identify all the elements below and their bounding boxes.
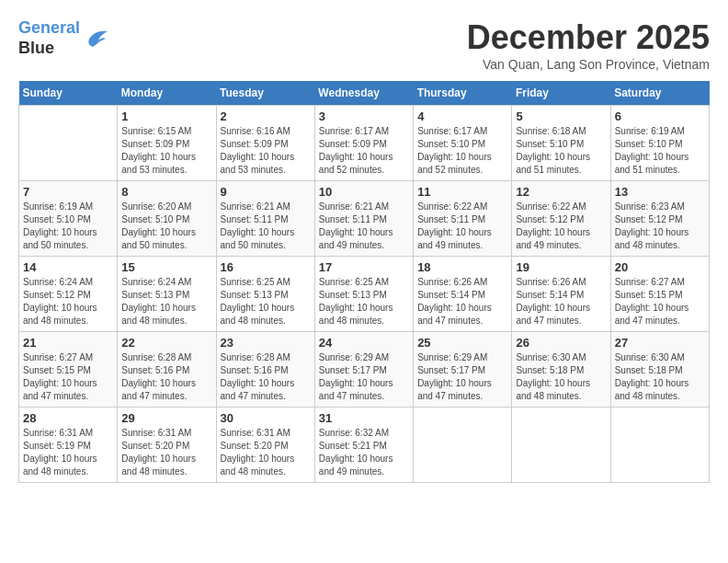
day-number: 12 (516, 185, 606, 199)
day-number: 21 (23, 336, 113, 350)
week-row-3: 14Sunrise: 6:24 AM Sunset: 5:12 PM Dayli… (19, 257, 710, 332)
day-number: 25 (417, 336, 507, 350)
calendar-cell: 29Sunrise: 6:31 AM Sunset: 5:20 PM Dayli… (118, 408, 216, 483)
day-number: 10 (319, 185, 409, 199)
calendar-cell: 13Sunrise: 6:23 AM Sunset: 5:12 PM Dayli… (610, 181, 709, 257)
calendar-cell: 27Sunrise: 6:30 AM Sunset: 5:18 PM Dayli… (610, 332, 709, 408)
calendar-cell: 9Sunrise: 6:21 AM Sunset: 5:11 PM Daylig… (216, 181, 314, 257)
col-header-sunday: Sunday (19, 81, 118, 106)
week-row-2: 7Sunrise: 6:19 AM Sunset: 5:10 PM Daylig… (19, 181, 710, 257)
day-info: Sunrise: 6:31 AM Sunset: 5:19 PM Dayligh… (23, 427, 113, 478)
day-info: Sunrise: 6:24 AM Sunset: 5:13 PM Dayligh… (121, 276, 211, 327)
calendar-cell: 16Sunrise: 6:25 AM Sunset: 5:13 PM Dayli… (216, 257, 314, 332)
day-number: 9 (221, 185, 311, 199)
calendar-cell: 6Sunrise: 6:19 AM Sunset: 5:10 PM Daylig… (610, 106, 709, 181)
calendar-cell: 25Sunrise: 6:29 AM Sunset: 5:17 PM Dayli… (414, 332, 512, 408)
calendar-cell: 23Sunrise: 6:28 AM Sunset: 5:16 PM Dayli… (216, 332, 314, 408)
day-info: Sunrise: 6:26 AM Sunset: 5:14 PM Dayligh… (417, 276, 507, 327)
day-number: 23 (221, 336, 311, 350)
calendar-cell: 11Sunrise: 6:22 AM Sunset: 5:11 PM Dayli… (414, 181, 512, 257)
day-number: 24 (319, 336, 409, 350)
calendar-cell (19, 106, 118, 181)
day-info: Sunrise: 6:30 AM Sunset: 5:18 PM Dayligh… (516, 351, 606, 403)
day-info: Sunrise: 6:18 AM Sunset: 5:10 PM Dayligh… (516, 125, 606, 177)
col-header-monday: Monday (118, 81, 216, 106)
week-row-1: 1Sunrise: 6:15 AM Sunset: 5:09 PM Daylig… (19, 106, 710, 181)
day-info: Sunrise: 6:27 AM Sunset: 5:15 PM Dayligh… (615, 276, 705, 327)
day-number: 19 (516, 260, 606, 274)
calendar-cell: 1Sunrise: 6:15 AM Sunset: 5:09 PM Daylig… (118, 106, 216, 181)
day-number: 4 (417, 109, 507, 123)
calendar-cell: 17Sunrise: 6:25 AM Sunset: 5:13 PM Dayli… (314, 257, 413, 332)
calendar-cell: 22Sunrise: 6:28 AM Sunset: 5:16 PM Dayli… (118, 332, 216, 408)
day-info: Sunrise: 6:30 AM Sunset: 5:18 PM Dayligh… (615, 351, 705, 403)
day-number: 8 (121, 185, 211, 199)
day-info: Sunrise: 6:27 AM Sunset: 5:15 PM Dayligh… (23, 351, 113, 403)
calendar-table: SundayMondayTuesdayWednesdayThursdayFrid… (18, 81, 710, 483)
calendar-cell: 20Sunrise: 6:27 AM Sunset: 5:15 PM Dayli… (610, 257, 709, 332)
week-row-5: 28Sunrise: 6:31 AM Sunset: 5:19 PM Dayli… (19, 408, 710, 483)
logo-icon (82, 26, 109, 52)
day-number: 5 (516, 109, 606, 123)
day-info: Sunrise: 6:24 AM Sunset: 5:12 PM Dayligh… (23, 276, 113, 327)
day-info: Sunrise: 6:28 AM Sunset: 5:16 PM Dayligh… (221, 351, 311, 403)
day-number: 17 (319, 260, 409, 274)
calendar-cell: 5Sunrise: 6:18 AM Sunset: 5:10 PM Daylig… (512, 106, 610, 181)
calendar-cell: 18Sunrise: 6:26 AM Sunset: 5:14 PM Dayli… (414, 257, 512, 332)
calendar-cell: 4Sunrise: 6:17 AM Sunset: 5:10 PM Daylig… (414, 106, 512, 181)
logo-text: GeneralBlue (18, 18, 80, 58)
day-info: Sunrise: 6:19 AM Sunset: 5:10 PM Dayligh… (23, 201, 113, 252)
logo: GeneralBlue (18, 18, 109, 58)
calendar-cell: 21Sunrise: 6:27 AM Sunset: 5:15 PM Dayli… (19, 332, 118, 408)
day-info: Sunrise: 6:20 AM Sunset: 5:10 PM Dayligh… (121, 201, 211, 252)
day-number: 18 (417, 260, 507, 274)
day-info: Sunrise: 6:15 AM Sunset: 5:09 PM Dayligh… (121, 125, 211, 177)
week-row-4: 21Sunrise: 6:27 AM Sunset: 5:15 PM Dayli… (19, 332, 710, 408)
day-number: 13 (615, 185, 705, 199)
day-number: 2 (221, 109, 311, 123)
location: Van Quan, Lang Son Province, Vietnam (467, 57, 710, 72)
day-info: Sunrise: 6:21 AM Sunset: 5:11 PM Dayligh… (319, 201, 409, 252)
day-info: Sunrise: 6:22 AM Sunset: 5:12 PM Dayligh… (516, 201, 606, 252)
day-info: Sunrise: 6:16 AM Sunset: 5:09 PM Dayligh… (221, 125, 311, 177)
day-number: 27 (615, 336, 705, 350)
calendar-cell: 24Sunrise: 6:29 AM Sunset: 5:17 PM Dayli… (314, 332, 413, 408)
col-header-wednesday: Wednesday (314, 81, 413, 106)
day-number: 22 (121, 336, 211, 350)
calendar-cell: 26Sunrise: 6:30 AM Sunset: 5:18 PM Dayli… (512, 332, 610, 408)
day-info: Sunrise: 6:23 AM Sunset: 5:12 PM Dayligh… (615, 201, 705, 252)
calendar-cell: 15Sunrise: 6:24 AM Sunset: 5:13 PM Dayli… (118, 257, 216, 332)
calendar-cell: 3Sunrise: 6:17 AM Sunset: 5:09 PM Daylig… (314, 106, 413, 181)
month-title: December 2025 (467, 18, 710, 57)
day-number: 28 (23, 411, 113, 425)
day-info: Sunrise: 6:26 AM Sunset: 5:14 PM Dayligh… (516, 276, 606, 327)
day-number: 3 (319, 109, 409, 123)
page-header: GeneralBlue December 2025 Van Quan, Lang… (18, 18, 710, 72)
day-number: 6 (615, 109, 705, 123)
day-info: Sunrise: 6:25 AM Sunset: 5:13 PM Dayligh… (319, 276, 409, 327)
day-info: Sunrise: 6:29 AM Sunset: 5:17 PM Dayligh… (319, 351, 409, 403)
day-number: 26 (516, 336, 606, 350)
day-number: 31 (319, 411, 409, 425)
calendar-cell (512, 408, 610, 483)
day-info: Sunrise: 6:25 AM Sunset: 5:13 PM Dayligh… (221, 276, 311, 327)
calendar-cell: 12Sunrise: 6:22 AM Sunset: 5:12 PM Dayli… (512, 181, 610, 257)
day-number: 29 (121, 411, 211, 425)
calendar-cell (414, 408, 512, 483)
calendar-cell: 14Sunrise: 6:24 AM Sunset: 5:12 PM Dayli… (19, 257, 118, 332)
col-header-thursday: Thursday (414, 81, 512, 106)
day-number: 7 (23, 185, 113, 199)
col-header-tuesday: Tuesday (216, 81, 314, 106)
calendar-cell (610, 408, 709, 483)
col-header-saturday: Saturday (610, 81, 709, 106)
day-info: Sunrise: 6:31 AM Sunset: 5:20 PM Dayligh… (121, 427, 211, 478)
day-info: Sunrise: 6:19 AM Sunset: 5:10 PM Dayligh… (615, 125, 705, 177)
day-number: 20 (615, 260, 705, 274)
day-number: 16 (221, 260, 311, 274)
day-info: Sunrise: 6:31 AM Sunset: 5:20 PM Dayligh… (221, 427, 311, 478)
calendar-cell: 7Sunrise: 6:19 AM Sunset: 5:10 PM Daylig… (19, 181, 118, 257)
day-info: Sunrise: 6:21 AM Sunset: 5:11 PM Dayligh… (221, 201, 311, 252)
col-header-friday: Friday (512, 81, 610, 106)
calendar-cell: 2Sunrise: 6:16 AM Sunset: 5:09 PM Daylig… (216, 106, 314, 181)
calendar-header-row: SundayMondayTuesdayWednesdayThursdayFrid… (19, 81, 710, 106)
